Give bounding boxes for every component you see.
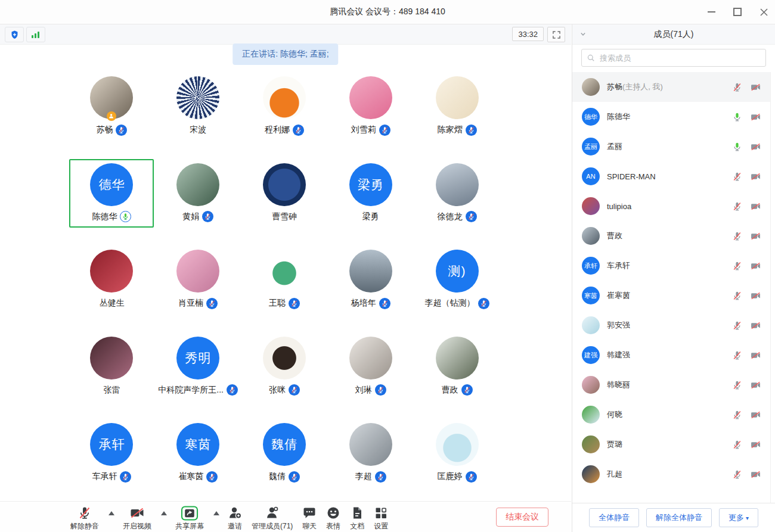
member-row[interactable]: 孟丽 孟丽 (572, 132, 771, 161)
participant-tile[interactable]: 张咪 (241, 332, 328, 419)
toolbar-share-screen-button[interactable]: 共享屏幕 (175, 505, 204, 531)
expand-options-arrow-icon[interactable] (161, 511, 167, 515)
participant-tile[interactable]: 承轩 车承轩 (69, 419, 155, 506)
member-camera-off-icon[interactable] (750, 201, 761, 211)
participant-tile[interactable]: 陈家熠 (414, 72, 500, 159)
participant-mic-icon (206, 298, 218, 309)
participant-tile[interactable]: 刘雪莉 (327, 72, 414, 159)
fullscreen-button[interactable] (547, 27, 565, 42)
member-row[interactable]: 建强 韩建强 (572, 340, 771, 370)
member-mic-icon[interactable] (732, 440, 742, 450)
member-mic-icon[interactable] (732, 291, 742, 301)
toolbar-doc-button[interactable]: 文档 (350, 505, 364, 531)
members-panel: 成员(71人) 苏畅 (主持人, 我) 德华 陈德华 (572, 24, 775, 532)
member-row[interactable]: AN SPIDER-MAN (572, 161, 771, 191)
toolbar-chat-button[interactable]: 聊天 (302, 505, 317, 531)
meeting-security-button[interactable] (5, 27, 24, 42)
member-row[interactable]: tulipioa (572, 191, 771, 221)
member-row[interactable]: 德华 陈德华 (572, 102, 771, 132)
participant-name: 李超（钻测） (425, 298, 475, 309)
toolbar-members-button[interactable]: 管理成员(71) (252, 505, 293, 531)
member-camera-off-icon[interactable] (750, 440, 761, 450)
participant-mic-icon (116, 125, 127, 136)
member-mic-icon[interactable] (732, 321, 742, 331)
participant-tile[interactable]: 张雷 (69, 332, 155, 419)
member-camera-off-icon[interactable] (750, 231, 761, 241)
member-mic-icon[interactable] (732, 201, 742, 211)
member-camera-off-icon[interactable] (750, 291, 761, 301)
participant-tile[interactable]: 匡鹿婷 (414, 419, 500, 506)
participant-mic-icon (120, 471, 131, 483)
member-camera-off-icon[interactable] (750, 410, 761, 420)
participant-tile[interactable]: 曹雪砷 (241, 159, 328, 246)
member-mic-icon[interactable] (732, 112, 742, 122)
participant-tile[interactable]: 曹政 (414, 332, 500, 419)
toolbar-cam-off-button[interactable]: 开启视频 (123, 505, 151, 531)
unmute-all-button[interactable]: 解除全体静音 (646, 508, 712, 527)
member-row[interactable]: 何晓 (572, 400, 771, 430)
toolbar-mic-off-button[interactable]: 解除静音 (70, 505, 99, 531)
participant-tile[interactable]: 测) 李超（钻测） (414, 245, 500, 332)
participant-tile[interactable]: 杨培年 (327, 245, 414, 332)
participant-tile[interactable]: 李超 (327, 419, 414, 506)
member-row[interactable]: 苏畅 (主持人, 我) (572, 72, 771, 102)
maximize-button[interactable] (732, 7, 743, 17)
participant-tile[interactable]: 徐德龙 (414, 159, 500, 246)
participant-tile[interactable]: 黄娟 (155, 159, 241, 246)
member-camera-off-icon[interactable] (750, 321, 761, 331)
member-row[interactable]: 曹政 (572, 221, 771, 251)
member-camera-off-icon[interactable] (750, 142, 761, 152)
participant-tile[interactable]: 苏畅 (69, 72, 155, 159)
member-mic-icon[interactable] (732, 261, 742, 271)
member-mic-icon[interactable] (732, 469, 742, 480)
participant-tile[interactable]: 程利娜 (241, 72, 328, 159)
participant-tile[interactable]: 梁勇 梁勇 (327, 159, 414, 246)
search-members-input[interactable] (581, 49, 766, 67)
member-row[interactable]: 贾璐 (572, 430, 771, 459)
member-avatar (582, 435, 600, 453)
expand-options-arrow-icon[interactable] (213, 511, 219, 515)
member-mic-icon[interactable] (732, 142, 742, 152)
toolbar-emoji-button[interactable]: 表情 (326, 505, 340, 531)
participant-tile[interactable]: 寒茵 崔寒茵 (155, 419, 241, 506)
member-mic-icon[interactable] (732, 380, 742, 390)
member-mic-icon[interactable] (732, 172, 742, 182)
member-mic-icon[interactable] (732, 82, 742, 92)
participant-name: 崔寒茵 (178, 471, 203, 482)
mute-all-button[interactable]: 全体静音 (589, 508, 639, 527)
member-row[interactable]: 韩晓丽 (572, 370, 771, 400)
participant-tile[interactable]: 魏倩 魏倩 (241, 419, 328, 506)
minimize-button[interactable] (706, 7, 717, 17)
member-camera-off-icon[interactable] (750, 469, 761, 480)
member-row[interactable]: 承轩 车承轩 (572, 251, 771, 281)
member-camera-off-icon[interactable] (750, 82, 761, 92)
participant-tile[interactable]: 王聪 (241, 245, 328, 332)
toolbar-settings-button[interactable]: 设置 (374, 505, 388, 531)
participant-tile[interactable]: 德华 陈德华 (69, 159, 155, 246)
expand-options-arrow-icon[interactable] (108, 511, 114, 515)
member-row[interactable]: 孔超 (572, 459, 771, 489)
member-row[interactable]: 寒茵 崔寒茵 (572, 281, 771, 310)
member-camera-off-icon[interactable] (750, 172, 761, 182)
participant-tile[interactable]: 肖亚楠 (155, 245, 241, 332)
network-quality-button[interactable] (26, 27, 45, 42)
member-list-scrollbar[interactable] (770, 72, 775, 503)
member-camera-off-icon[interactable] (750, 112, 761, 122)
member-camera-off-icon[interactable] (750, 380, 761, 390)
close-button[interactable] (758, 7, 769, 17)
collapse-panel-chevron-icon[interactable] (578, 29, 588, 39)
toolbar-invite-button[interactable]: 邀请 (228, 505, 242, 531)
member-row[interactable]: 郭安强 (572, 310, 771, 340)
participant-tile[interactable]: 刘琳 (327, 332, 414, 419)
member-camera-off-icon[interactable] (750, 261, 761, 271)
member-mic-icon[interactable] (732, 350, 742, 360)
participant-tile[interactable]: 宋波 (155, 72, 241, 159)
member-mic-icon[interactable] (732, 410, 742, 420)
member-avatar (582, 465, 600, 483)
participant-tile[interactable]: 秀明 中科院声学所王... (155, 332, 241, 419)
participant-tile[interactable]: 丛健生 (69, 245, 155, 332)
member-camera-off-icon[interactable] (750, 350, 761, 360)
end-meeting-button[interactable]: 结束会议 (496, 508, 548, 527)
member-mic-icon[interactable] (732, 231, 742, 241)
more-button[interactable]: 更多▾ (719, 508, 758, 527)
